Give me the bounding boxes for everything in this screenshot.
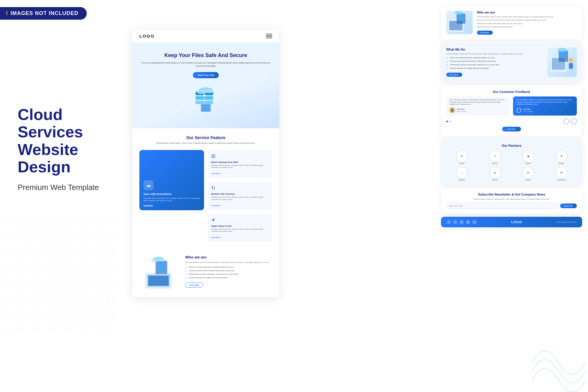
what-check-4: ✓ Aenean vulputate nisi sagittis auismet… [446, 67, 543, 70]
navbar-logo: LOGO [139, 34, 155, 39]
newsletter-form: Subscribe [446, 203, 577, 209]
newsletter-title: Subscribe Newsletter & Get Company News [446, 193, 577, 196]
dot-2 [449, 121, 451, 122]
svg-point-21 [151, 258, 158, 262]
partner-name-1: BRAND [480, 163, 510, 164]
svg-point-28 [455, 11, 463, 15]
nas-card-desc: Phasellus ultrices nulla quis nibhique a… [211, 164, 269, 169]
linkedin-icon[interactable]: in [459, 220, 464, 224]
feedback-card-1: This is Phasellus ultrices. of Lorem ips… [513, 96, 577, 116]
right-what-illustration [547, 48, 577, 77]
feedback-card-0: This is Phasellus ultrices. of Lorem ips… [446, 96, 510, 116]
service-section: Our Service Feature Morbi interdum molli… [132, 128, 279, 249]
check-icon-1: ✓ [185, 266, 187, 269]
hero-illustration [182, 83, 229, 121]
feedback-nav: ← → [446, 119, 577, 124]
newsletter-email-input[interactable] [446, 203, 558, 209]
featured-card-title: Sync with Everywhere [143, 193, 200, 196]
right-footer-card: f t in g y LOGO © All Copyrights & Prote… [441, 217, 582, 227]
service-card-easy: ✦ Super Easy to Use Phasellus ultrices n… [208, 214, 272, 242]
footer-copyright: © All Copyrights & Protected [557, 221, 577, 223]
easy-learn-more[interactable]: Learn More [211, 236, 220, 238]
svg-rect-17 [157, 262, 166, 265]
hamburger-menu[interactable] [266, 34, 272, 39]
partner-5: ◈ BRAND [480, 167, 510, 181]
partner-logo-7: ⊞ [556, 167, 567, 179]
easy-card-desc: Phasellus ultrices nulla quis nibhique a… [211, 228, 269, 233]
feedback-arrows[interactable]: ← → [563, 119, 577, 124]
right-who-p4: Aenean vulputate nisi sagittis auismet c… [477, 26, 554, 28]
right-what-title: What We Do [446, 48, 543, 51]
googleplus-icon[interactable]: g [466, 220, 470, 224]
right-who-title: Who we are [477, 11, 554, 14]
author-info-1: Lisa Day CEO Company [523, 108, 533, 112]
check-icon-4: ✓ [185, 277, 187, 279]
svg-rect-15 [148, 276, 169, 286]
restore-card-desc: Phasellus ultrices nulla quis nibhique a… [211, 196, 269, 201]
svg-rect-33 [560, 55, 567, 57]
youtube-icon[interactable]: y [472, 220, 477, 224]
service-card-featured: ☁ Sync with Everywhere Phasellus ultrice… [139, 150, 204, 210]
partner-0: ⊛ CLUMMY [446, 150, 477, 164]
left-panel: Cloud ServicesWebsite Design Premium Web… [18, 106, 129, 192]
hero-cta-button[interactable]: Start Free Trial [193, 72, 219, 78]
what-check-3: ✓ Pellentesque at turpis malesuada, vari… [446, 64, 543, 66]
sync-icon: ☁ [143, 180, 153, 190]
service-card-restore: ↻ Restore Old Versions Phasellus ultrice… [208, 182, 272, 210]
featured-learn-more[interactable]: Learn More [143, 204, 200, 206]
svg-rect-26 [458, 15, 464, 16]
partner-name-5: BRAND [480, 179, 510, 181]
newsletter-subtitle: Praesent dapibus, neque id cursus faucib… [446, 198, 577, 200]
partner-logo-4: ☆ [456, 167, 468, 179]
feedback-cta-button[interactable]: Start Now [502, 127, 521, 131]
twitter-icon[interactable]: t [453, 220, 457, 224]
service-cards: ☁ Sync with Everywhere Phasellus ultrice… [139, 150, 272, 242]
right-what-cta[interactable]: Learn More [446, 73, 462, 77]
feedback-title: Our Customer Feedback [446, 90, 577, 94]
right-what-section: What We Do Praesent dapibus, neque id cu… [441, 43, 582, 82]
right-what-intro: Praesent dapibus, neque id cursus faucib… [446, 53, 543, 55]
right-who-p2: Aenean arcu ante id lectus Proin loborti… [477, 19, 554, 21]
right-what-content: What We Do Praesent dapibus, neque id cu… [446, 48, 543, 77]
right-column: Who we are Praesent dapibus, neque id cu… [441, 6, 582, 227]
partner-name-3: BRAND [546, 163, 577, 164]
partner-name-4: AMAZON [446, 179, 477, 181]
svg-rect-11 [202, 107, 209, 109]
partner-1: ⊙ BRAND [480, 150, 510, 164]
nas-learn-more[interactable]: Learn More [211, 173, 220, 174]
right-who-cta[interactable]: Learn More [477, 31, 493, 35]
prev-arrow-button[interactable]: ← [563, 119, 569, 124]
partner-6: ⋈ BRAND [513, 167, 544, 181]
svg-rect-12 [202, 110, 209, 111]
restore-icon: ↻ [211, 185, 269, 191]
partner-logo-6: ⋈ [522, 167, 534, 179]
easy-icon: ✦ [211, 217, 269, 223]
partner-4: ☆ AMAZON [446, 167, 477, 181]
featured-card-desc: Phasellus ultrices nulla quis nibh. Quis… [143, 197, 200, 202]
partner-logo-2: ◉ [522, 150, 534, 162]
hero-section: Keep Your Files Safe And Secure Focus on… [132, 43, 279, 128]
next-arrow-button[interactable]: → [571, 119, 577, 124]
main-title: Cloud ServicesWebsite Design [18, 106, 129, 176]
nas-icon: ⊞ [211, 153, 269, 159]
center-preview: LOGO Keep Your Files Safe And Secure Foc… [132, 29, 279, 297]
partner-2: ◉ BRAND [513, 150, 544, 164]
facebook-icon[interactable]: f [446, 220, 451, 224]
partner-logo-0: ⊛ [456, 150, 468, 162]
svg-point-5 [206, 89, 214, 93]
feedback-author-1: 👤 Lisa Day CEO Company [516, 107, 574, 113]
right-what-card: What We Do Praesent dapibus, neque id cu… [441, 43, 582, 82]
footer-social: f t in g y [446, 220, 477, 224]
newsletter-subscribe-button[interactable]: Subscribe [560, 203, 577, 208]
feedback-text-0: This is Phasellus ultrices. of Lorem ips… [449, 99, 507, 106]
footer-logo: LOGO [511, 220, 522, 224]
restore-learn-more[interactable]: Learn More [211, 205, 220, 206]
watermark-badge: ! IMAGES NOT INCLUDED [0, 7, 87, 20]
who-check-3: ✓ Pellentesque at turpis malesuada, vari… [185, 273, 272, 276]
feedback-text-1: This is Phasellus ultrices. of Lorem ips… [516, 99, 574, 106]
exclamation-icon: ! [6, 10, 8, 17]
right-newsletter-card: Subscribe Newsletter & Get Company News … [441, 189, 582, 213]
right-who-section: Who we are Praesent dapibus, neque id cu… [441, 6, 582, 39]
who-cta-button[interactable]: Learn More [185, 283, 203, 288]
right-newsletter-section: Subscribe Newsletter & Get Company News … [441, 189, 582, 213]
